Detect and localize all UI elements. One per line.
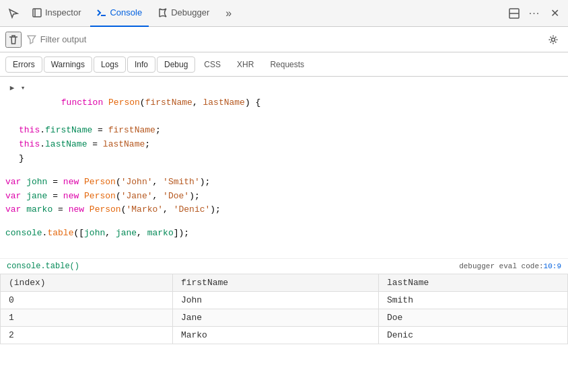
svg-rect-0 xyxy=(33,9,41,17)
col-header-lastname: lastName xyxy=(378,274,567,292)
table-header: (index) firstName lastName xyxy=(1,274,568,292)
cell-firstname: John xyxy=(172,292,378,309)
cell-index: 1 xyxy=(1,309,173,327)
tab-debugger[interactable]: Debugger xyxy=(151,0,216,27)
tab-xhr[interactable]: XHR xyxy=(229,56,261,73)
table-row: 1JaneDoe xyxy=(1,309,568,327)
console-table: (index) firstName lastName 0JohnSmith1Ja… xyxy=(0,274,568,344)
code-line-console-table: console.table([john, jane, marko]); xyxy=(5,227,568,241)
code-line-john: var john = new Person('John', 'Smith'); xyxy=(5,175,568,190)
tab-console[interactable]: Console xyxy=(90,0,149,27)
filter-icon xyxy=(27,35,36,44)
code-area: ▶ ▾ function Person(firstName, lastName)… xyxy=(0,77,568,258)
code-line-jane: var jane = new Person('Jane', 'Doe'); xyxy=(5,190,568,204)
tab-inspector[interactable]: Inspector xyxy=(26,0,87,27)
table-call-label: console.table() xyxy=(7,262,79,271)
tab-requests[interactable]: Requests xyxy=(262,56,312,73)
settings-button[interactable] xyxy=(544,30,563,49)
cell-firstname: Marko xyxy=(172,327,378,344)
tab-logs[interactable]: Logs xyxy=(94,56,126,73)
debugger-info: debugger eval code:10:9 xyxy=(459,262,561,270)
close-icon: ✕ xyxy=(551,7,559,19)
filter-bar xyxy=(0,27,568,52)
cell-lastname: Doe xyxy=(378,309,567,327)
code-block-header: ▶ ▾ function Person(firstName, lastName)… xyxy=(5,82,568,124)
menu-button[interactable]: ··· xyxy=(525,4,544,23)
table-header-row: console.table() debugger eval code:10:9 xyxy=(0,258,568,274)
svg-point-5 xyxy=(552,38,555,41)
cell-index: 0 xyxy=(1,292,173,309)
tab-errors[interactable]: Errors xyxy=(5,56,42,73)
code-keyword-function: function xyxy=(61,97,108,108)
pick-element-button[interactable] xyxy=(4,4,23,23)
filter-input[interactable] xyxy=(40,34,538,44)
gear-icon xyxy=(548,34,559,45)
table-row: 2MarkoDenic xyxy=(1,327,568,344)
collapse-arrow[interactable]: ▾ xyxy=(16,82,30,95)
trash-icon xyxy=(8,34,19,45)
code-line-firstname: this.firstName = firstName; xyxy=(19,124,568,138)
code-line-lastname: this.lastName = lastName; xyxy=(19,138,568,152)
tab-css[interactable]: CSS xyxy=(197,56,228,73)
table-row: 0JohnSmith xyxy=(1,292,568,309)
cell-lastname: Denic xyxy=(378,327,567,344)
code-line-close-brace: } xyxy=(5,152,568,166)
col-header-index: (index) xyxy=(1,274,173,292)
menu-icon: ··· xyxy=(529,7,540,19)
close-button[interactable]: ✕ xyxy=(545,4,564,23)
cell-firstname: Jane xyxy=(172,309,378,327)
console-icon xyxy=(97,8,106,17)
split-console-button[interactable] xyxy=(505,4,524,23)
more-tools-button[interactable]: » xyxy=(219,4,238,23)
cell-lastname: Smith xyxy=(378,292,567,309)
inspector-icon xyxy=(32,8,42,17)
more-icon: » xyxy=(225,7,231,19)
col-header-firstname: firstName xyxy=(172,274,378,292)
log-type-tabs: Errors Warnings Logs Info Debug CSS XHR … xyxy=(0,52,568,77)
tab-warnings[interactable]: Warnings xyxy=(44,56,92,73)
code-fname: Person xyxy=(108,97,140,108)
debugger-icon xyxy=(158,8,168,17)
console-label: Console xyxy=(110,7,142,17)
code-line-marko: var marko = new Person('Marko', 'Denic')… xyxy=(5,203,568,217)
inspector-label: Inspector xyxy=(45,7,81,17)
debugger-label: Debugger xyxy=(171,7,209,17)
tab-debug[interactable]: Debug xyxy=(157,56,195,73)
clear-output-button[interactable] xyxy=(5,32,22,48)
filter-input-wrap xyxy=(27,34,538,44)
cell-index: 2 xyxy=(1,327,173,344)
tab-info[interactable]: Info xyxy=(127,56,155,73)
toolbar: Inspector Console Debugger » ··· ✕ xyxy=(0,0,568,27)
split-icon xyxy=(509,8,520,19)
